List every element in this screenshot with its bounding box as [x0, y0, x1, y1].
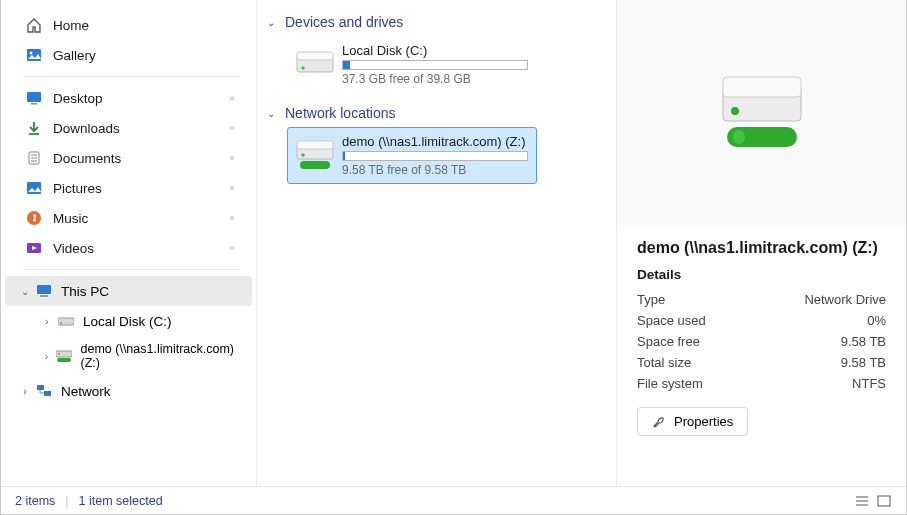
details-total-value: 9.58 TB [841, 355, 886, 370]
view-details-icon[interactable] [854, 494, 870, 508]
nav-pictures-label: Pictures [53, 181, 102, 196]
svg-point-14 [230, 216, 234, 220]
view-large-icons-icon[interactable] [876, 494, 892, 508]
nav-gallery[interactable]: Gallery [5, 40, 252, 70]
drive-local-usage-bar [342, 60, 528, 70]
chevron-right-icon: › [39, 316, 55, 327]
details-type-key: Type [637, 292, 665, 307]
nav-home-label: Home [53, 18, 89, 33]
details-fs-value: NTFS [852, 376, 886, 391]
tree-network-label: Network [61, 384, 111, 399]
details-used-value: 0% [867, 313, 886, 328]
details-type-value: Network Drive [804, 292, 886, 307]
properties-button[interactable]: Properties [637, 407, 748, 436]
svg-rect-32 [300, 161, 330, 169]
disk-icon [57, 312, 75, 330]
section-devices-label: Devices and drives [285, 14, 403, 30]
tree-this-pc-label: This PC [61, 284, 109, 299]
details-title: demo (\\nas1.limitrack.com) (Z:) [637, 239, 886, 257]
svg-point-5 [230, 126, 234, 130]
nav-videos-label: Videos [53, 241, 94, 256]
chevron-right-icon: › [39, 351, 54, 362]
status-bar: 2 items | 1 item selected [1, 486, 906, 514]
details-total-key: Total size [637, 355, 691, 370]
sidebar: Home Gallery Desktop Downloads [1, 0, 257, 486]
svg-point-20 [60, 322, 62, 324]
svg-rect-24 [37, 385, 44, 390]
downloads-icon [25, 119, 43, 137]
status-selected-count: 1 item selected [79, 494, 163, 508]
details-used-key: Space used [637, 313, 706, 328]
nav-documents-label: Documents [53, 151, 121, 166]
svg-point-22 [58, 353, 60, 355]
tree-local-disk[interactable]: › Local Disk (C:) [5, 306, 252, 336]
pin-icon [226, 242, 238, 254]
svg-point-10 [230, 156, 234, 160]
desktop-icon [25, 89, 43, 107]
nav-documents[interactable]: Documents [5, 143, 252, 173]
svg-rect-3 [31, 103, 37, 105]
details-fs-key: File system [637, 376, 703, 391]
pin-icon [226, 182, 238, 194]
svg-rect-2 [27, 92, 41, 102]
pin-icon [226, 122, 238, 134]
tree-local-disk-label: Local Disk (C:) [83, 314, 172, 329]
documents-icon [25, 149, 43, 167]
drive-local-status: 37.3 GB free of 39.8 GB [342, 72, 528, 86]
nav-desktop[interactable]: Desktop [5, 83, 252, 113]
svg-rect-30 [297, 141, 333, 149]
pictures-icon [25, 179, 43, 197]
svg-point-31 [301, 153, 305, 157]
pin-icon [226, 92, 238, 104]
svg-rect-0 [27, 49, 41, 61]
gallery-icon [25, 46, 43, 64]
section-network-label: Network locations [285, 105, 396, 121]
nav-pictures[interactable]: Pictures [5, 173, 252, 203]
chevron-down-icon: ⌄ [267, 108, 283, 119]
drive-local-disk[interactable]: Local Disk (C:) 37.3 GB free of 39.8 GB [287, 36, 537, 93]
pin-icon [226, 212, 238, 224]
chevron-down-icon: ⌄ [267, 17, 283, 28]
drive-network-name: demo (\\nas1.limitrack.com) (Z:) [342, 134, 528, 149]
tree-this-pc[interactable]: ⌄ This PC [5, 276, 252, 306]
network-icon [35, 382, 53, 400]
drive-network-demo[interactable]: demo (\\nas1.limitrack.com) (Z:) 9.58 TB… [287, 127, 537, 184]
details-heading: Details [637, 267, 886, 282]
status-item-count: 2 items [15, 494, 55, 508]
drive-network-status: 9.58 TB free of 9.58 TB [342, 163, 528, 177]
chevron-down-icon: ⌄ [17, 286, 33, 297]
svg-point-16 [230, 246, 234, 250]
svg-rect-17 [37, 285, 51, 294]
tree-network[interactable]: › Network [5, 376, 252, 406]
svg-point-28 [301, 66, 305, 70]
wrench-icon [652, 415, 666, 429]
nav-home[interactable]: Home [5, 10, 252, 40]
videos-icon [25, 239, 43, 257]
main-content: ⌄ Devices and drives Local Disk (C:) 37.… [257, 0, 616, 486]
music-icon [25, 209, 43, 227]
svg-point-35 [731, 107, 739, 115]
network-drive-icon [296, 139, 334, 173]
svg-point-12 [230, 186, 234, 190]
nav-downloads[interactable]: Downloads [5, 113, 252, 143]
svg-rect-19 [58, 318, 74, 325]
details-preview [617, 0, 906, 225]
svg-point-37 [733, 130, 745, 144]
nav-gallery-label: Gallery [53, 48, 96, 63]
svg-rect-23 [57, 358, 71, 362]
tree-network-drive[interactable]: › demo (\\nas1.limitrack.com) (Z:) [5, 336, 252, 376]
svg-rect-34 [723, 77, 801, 97]
this-pc-icon [35, 282, 53, 300]
drive-network-usage-bar [342, 151, 528, 161]
svg-rect-41 [878, 496, 890, 506]
drive-local-name: Local Disk (C:) [342, 43, 528, 58]
chevron-right-icon: › [17, 386, 33, 397]
nav-music-label: Music [53, 211, 88, 226]
section-network-locations[interactable]: ⌄ Network locations [265, 101, 608, 125]
svg-point-1 [30, 52, 33, 55]
svg-rect-25 [44, 391, 51, 396]
nav-videos[interactable]: Videos [5, 233, 252, 263]
nav-music[interactable]: Music [5, 203, 252, 233]
network-drive-icon [717, 73, 807, 153]
section-devices-drives[interactable]: ⌄ Devices and drives [265, 10, 608, 34]
